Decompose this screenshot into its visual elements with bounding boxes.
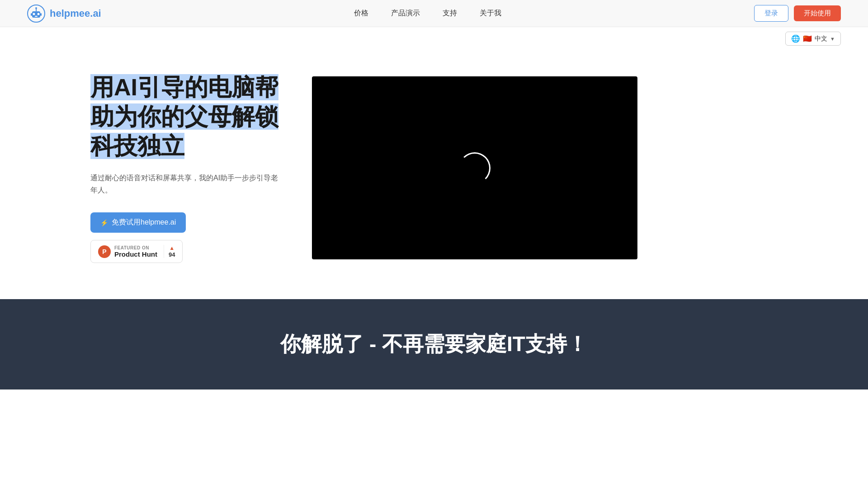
svg-point-2 xyxy=(33,13,35,15)
login-button[interactable]: 登录 xyxy=(754,5,788,22)
nav-about[interactable]: 关于我 xyxy=(480,9,501,18)
nav-pricing[interactable]: 价格 xyxy=(354,9,368,18)
product-hunt-logo: P xyxy=(98,245,111,258)
hero-subtitle: 通过耐心的语音对话和屏幕共享，我的AI助手一步步引导老年人。 xyxy=(90,172,285,196)
svg-rect-7 xyxy=(31,13,32,16)
nav-support[interactable]: 支持 xyxy=(443,9,457,18)
hero-section: 用AI引导的电脑帮助为你的父母解锁科技独立 通过耐心的语音对话和屏幕共享，我的A… xyxy=(0,46,868,299)
header-actions: 登录 开始使用 xyxy=(754,5,841,22)
free-trial-button[interactable]: ⚡ 免费试用helpmee.ai xyxy=(90,212,186,233)
dark-section-title: 你解脱了 - 不再需要家庭IT支持！ xyxy=(280,330,588,358)
hero-video[interactable] xyxy=(312,76,637,259)
ph-upvote-icon: ▲ xyxy=(169,245,175,251)
ph-number: 94 xyxy=(169,251,175,258)
hero-left: 用AI引导的电脑帮助为你的父母解锁科技独立 通过耐心的语音对话和屏幕共享，我的A… xyxy=(90,73,285,263)
ph-count: ▲ 94 xyxy=(164,245,175,258)
ph-name-label: Product Hunt xyxy=(114,250,157,258)
svg-rect-4 xyxy=(35,16,38,17)
lang-label: 中文 xyxy=(815,35,827,43)
language-selector[interactable]: 🌐 🇨🇳 中文 ▼ xyxy=(785,32,841,46)
product-hunt-button[interactable]: P FEATURED ON Product Hunt ▲ 94 xyxy=(90,240,183,263)
hero-buttons: ⚡ 免费试用helpmee.ai P FEATURED ON Product H… xyxy=(90,212,285,263)
start-button[interactable]: 开始使用 xyxy=(794,5,841,21)
lang-selector-row: 🌐 🇨🇳 中文 ▼ xyxy=(0,27,868,46)
product-hunt-text: FEATURED ON Product Hunt xyxy=(114,245,157,258)
main-nav: 价格 产品演示 支持 关于我 xyxy=(354,9,501,18)
hero-title: 用AI引导的电脑帮助为你的父母解锁科技独立 xyxy=(90,74,278,159)
chevron-down-icon: ▼ xyxy=(830,36,835,42)
logo-area[interactable]: helpmee.ai xyxy=(27,5,101,23)
video-loading-spinner xyxy=(459,152,491,184)
ph-featured-label: FEATURED ON xyxy=(114,245,157,250)
svg-point-6 xyxy=(35,7,37,9)
lang-flag: 🇨🇳 xyxy=(803,34,812,43)
svg-point-3 xyxy=(38,13,40,15)
free-trial-label: 免费试用helpmee.ai xyxy=(112,218,176,227)
hero-title-wrapper: 用AI引导的电脑帮助为你的父母解锁科技独立 xyxy=(90,73,285,161)
translate-icon: 🌐 xyxy=(791,34,800,43)
lightning-icon: ⚡ xyxy=(100,219,108,226)
dark-section: 你解脱了 - 不再需要家庭IT支持！ xyxy=(0,299,868,389)
logo-text: helpmee.ai xyxy=(50,8,101,19)
logo-icon xyxy=(27,5,45,23)
nav-demo[interactable]: 产品演示 xyxy=(391,9,420,18)
header: helpmee.ai 价格 产品演示 支持 关于我 登录 开始使用 xyxy=(0,0,868,27)
svg-rect-8 xyxy=(40,13,42,16)
